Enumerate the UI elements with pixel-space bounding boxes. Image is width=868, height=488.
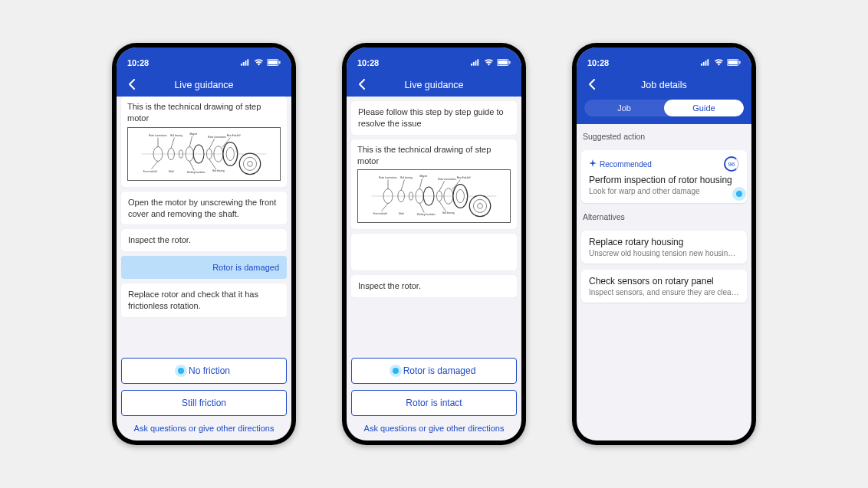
action-subtitle: Look for warp and other damage [589, 187, 739, 195]
battery-icon [497, 58, 511, 67]
svg-text:Front end-bell: Front end-bell [373, 212, 387, 215]
svg-rect-75 [703, 62, 705, 66]
alt-subtitle: Unscrew old housing tension new housing … [589, 249, 739, 257]
status-indicators [701, 58, 741, 67]
svg-point-15 [223, 142, 238, 165]
option-rotor-damaged[interactable]: Rotor is damaged [351, 358, 517, 384]
pulse-indicator-icon [736, 191, 742, 197]
status-indicators [471, 58, 511, 67]
options-area: No friction Still friction [117, 358, 291, 421]
alternative-card[interactable]: Replace rotary housing Unscrew old housi… [581, 231, 747, 264]
svg-rect-39 [475, 61, 477, 66]
app-bar: Live guidance [117, 74, 291, 97]
status-indicators [241, 58, 281, 67]
drawing-caption: This is the technical drawing of step mo… [127, 101, 281, 124]
svg-text:Magnet: Magnet [419, 175, 427, 178]
svg-text:Magnet: Magnet [189, 133, 197, 136]
tab-job[interactable]: Job [584, 100, 664, 116]
blank-card [351, 234, 517, 270]
screen: 10:28 Live guidance Please follow this s… [347, 47, 521, 441]
svg-line-62 [381, 204, 388, 211]
options-area: Rotor is damaged Rotor is intact [347, 358, 521, 421]
svg-text:Rear End-bell: Rear End-bell [227, 134, 241, 137]
step-card: Open the motor by unscrewing the front c… [121, 192, 287, 225]
svg-rect-3 [247, 59, 248, 65]
svg-rect-0 [241, 64, 242, 66]
wifi-icon [714, 58, 724, 67]
segmented-control: Job Guide [577, 97, 751, 124]
svg-rect-37 [471, 64, 472, 66]
back-button[interactable] [354, 77, 370, 92]
svg-line-63 [419, 204, 424, 213]
svg-text:Rear End-bell: Rear End-bell [457, 176, 471, 179]
page-title: Live guidance [117, 80, 291, 90]
battery-icon [727, 58, 741, 67]
svg-rect-74 [701, 64, 702, 66]
svg-text:Front end-bell: Front end-bell [143, 170, 157, 173]
drawing-caption: This is the technical drawing of step mo… [357, 144, 511, 167]
status-time: 10:28 [357, 58, 379, 67]
phone-2: 10:28 Live guidance Please follow this s… [342, 43, 526, 445]
svg-text:Ball bearing: Ball bearing [442, 212, 455, 215]
cellular-icon [701, 58, 711, 67]
user-response: Rotor is damaged [121, 256, 287, 279]
status-time: 10:28 [127, 58, 149, 67]
recommended-action-card[interactable]: Recommended 96 Perform inspection of rot… [581, 150, 747, 203]
svg-line-64 [439, 201, 446, 211]
alternative-card[interactable]: Check sensors on rotary panel Inspect se… [581, 270, 747, 303]
page-title: Job details [577, 80, 751, 90]
content-area: Please follow this step by step guide to… [347, 97, 521, 358]
option-label: Rotor is intact [406, 398, 462, 408]
svg-text:Ball bearing: Ball bearing [170, 134, 182, 137]
svg-line-60 [439, 182, 445, 192]
svg-point-54 [469, 196, 490, 217]
option-rotor-intact[interactable]: Rotor is intact [351, 390, 517, 416]
svg-text:Shaft: Shaft [399, 212, 404, 215]
footer-prompt[interactable]: Ask questions or give other directions [117, 421, 291, 441]
svg-line-25 [151, 161, 158, 169]
content-area: This is the technical drawing of step mo… [117, 97, 291, 358]
svg-rect-79 [728, 61, 738, 64]
svg-line-21 [171, 137, 174, 148]
svg-text:Rotor Laminations: Rotor Laminations [149, 134, 167, 137]
svg-text:Ball bearing: Ball bearing [400, 176, 413, 179]
step-card: Replace rotor and check that it has fric… [121, 283, 287, 317]
option-still-friction[interactable]: Still friction [121, 390, 287, 416]
section-alternatives: Alternatives [581, 209, 747, 224]
footer-prompt[interactable]: Ask questions or give other directions [347, 421, 521, 441]
svg-point-17 [239, 153, 260, 174]
alt-subtitle: Inspect sensors, and ensure they are cle… [589, 288, 739, 296]
screen: 10:28 Live guidance This is the technica… [117, 47, 291, 441]
svg-text:Shaft: Shaft [169, 170, 174, 173]
app-bar: Live guidance [347, 74, 521, 97]
score-badge: 96 [724, 156, 739, 172]
svg-line-22 [189, 136, 192, 147]
page-title: Live guidance [347, 80, 521, 90]
svg-text:Rotor Laminations: Rotor Laminations [438, 178, 456, 181]
svg-text:Winding Insulation: Winding Insulation [417, 213, 436, 216]
svg-rect-6 [279, 61, 280, 64]
svg-line-59 [419, 178, 422, 189]
wifi-icon [484, 58, 494, 67]
screen: 10:28 Job details Job Guide Suggested ac… [577, 47, 751, 441]
option-no-friction[interactable]: No friction [121, 358, 287, 384]
wifi-icon [254, 58, 264, 67]
option-label: No friction [189, 365, 230, 376]
back-button[interactable] [124, 77, 140, 92]
svg-rect-1 [243, 62, 245, 66]
svg-text:Rotor Laminations: Rotor Laminations [379, 176, 397, 179]
section-suggested: Suggested action [581, 129, 747, 144]
svg-rect-43 [509, 61, 510, 64]
recommended-header: Recommended 96 [589, 156, 739, 172]
option-label: Still friction [182, 398, 226, 408]
svg-rect-77 [707, 59, 709, 65]
option-label: Rotor is damaged [403, 365, 476, 376]
action-title: Perform inspection of rotor housing [589, 175, 739, 185]
svg-rect-80 [739, 61, 740, 64]
svg-rect-40 [477, 59, 478, 65]
step-card: Inspect the rotor. [121, 229, 287, 251]
back-button[interactable] [584, 77, 600, 92]
tab-guide[interactable]: Guide [664, 100, 744, 116]
content-area: Suggested action Recommended 96 Perform … [577, 124, 751, 441]
intro-card: Please follow this step by step guide to… [351, 101, 517, 135]
